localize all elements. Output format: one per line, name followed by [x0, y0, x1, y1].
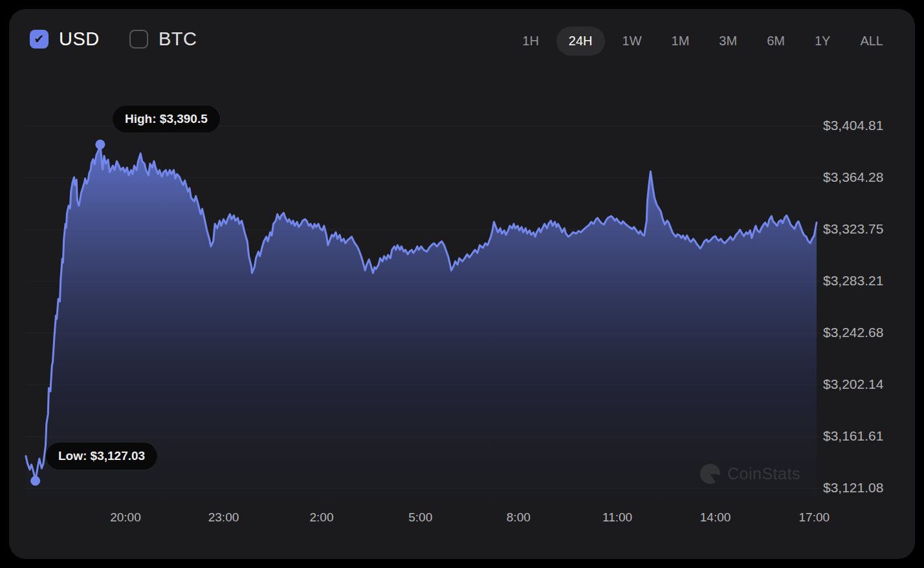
btc-checkbox[interactable] [129, 30, 148, 49]
y-axis-label: $3,323.75 [823, 221, 914, 237]
watermark: CoinStats [700, 464, 800, 484]
x-axis-label: 2:00 [310, 510, 334, 525]
time-range-selector: 1H24H1W1M3M6M1YALL [510, 27, 896, 56]
range-button-1h[interactable]: 1H [510, 27, 551, 56]
usd-currency-toggle[interactable]: ✔ USD [30, 28, 100, 50]
coinstats-logo-icon [700, 464, 720, 484]
range-button-1w[interactable]: 1W [610, 27, 654, 56]
low-price-badge: Low: $3,127.03 [46, 442, 157, 470]
y-axis-label: $3,283.21 [823, 273, 914, 289]
x-axis-label: 14:00 [700, 510, 731, 525]
high-price-badge: High: $3,390.5 [113, 105, 220, 133]
usd-checkbox[interactable]: ✔ [30, 30, 49, 49]
range-button-1m[interactable]: 1M [659, 27, 702, 56]
y-axis-label: $3,121.08 [823, 480, 914, 496]
btc-currency-toggle[interactable]: BTC [129, 28, 197, 50]
range-button-3m[interactable]: 3M [707, 27, 749, 56]
range-button-24h[interactable]: 24H [556, 27, 605, 56]
x-axis-label: 11:00 [602, 510, 632, 525]
price-chart-page: { "header": { "usd_toggle": {"label": "U… [0, 0, 924, 568]
checkmark-icon: ✔ [34, 33, 45, 45]
x-axis-label: 8:00 [507, 510, 531, 525]
range-button-1y[interactable]: 1Y [802, 27, 842, 56]
y-axis-label: $3,242.68 [823, 325, 914, 340]
x-axis-label: 17:00 [799, 510, 830, 525]
usd-label: USD [59, 28, 100, 50]
range-button-all[interactable]: ALL [848, 27, 896, 56]
btc-label: BTC [159, 28, 197, 50]
x-axis-label: 20:00 [110, 510, 141, 525]
y-axis-label: $3,364.28 [823, 169, 914, 185]
y-axis-label: $3,161.61 [823, 428, 914, 444]
x-axis-label: 5:00 [408, 510, 432, 525]
y-axis-label: $3,404.81 [823, 118, 914, 133]
x-axis-label: 23:00 [208, 510, 239, 525]
watermark-label: CoinStats [727, 464, 800, 483]
range-button-6m[interactable]: 6M [754, 27, 797, 56]
y-axis-label: $3,202.14 [823, 377, 914, 392]
